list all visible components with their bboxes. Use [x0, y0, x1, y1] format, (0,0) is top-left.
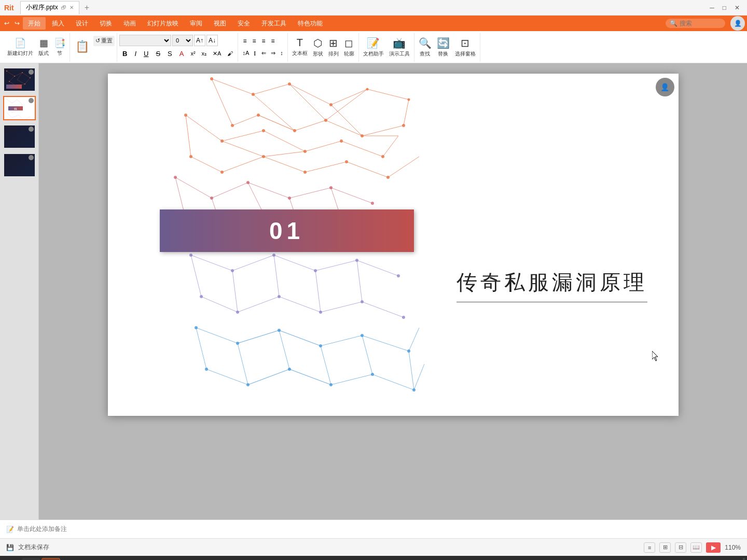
font-name-select[interactable] [119, 35, 171, 46]
slide-thumbnail-1[interactable] [3, 67, 36, 92]
quick-access-undo[interactable]: ↩ [2, 19, 11, 28]
slide-thumb-avatar-2 [29, 98, 34, 103]
svg-line-60 [222, 157, 264, 172]
notes-placeholder[interactable]: 单击此处添加备注 [17, 525, 67, 534]
menu-item-special[interactable]: 特色功能 [293, 17, 328, 30]
menu-item-transitions[interactable]: 切换 [94, 17, 117, 30]
menu-item-security[interactable]: 安全 [232, 17, 255, 30]
doc-help-button[interactable]: 📝 文档助手 [361, 34, 386, 60]
menu-item-review[interactable]: 审阅 [185, 17, 208, 30]
menu-item-devtools[interactable]: 开发工具 [256, 17, 292, 30]
indent-more-button[interactable]: ⇒ [269, 48, 278, 58]
view-reading-button[interactable]: 📖 [690, 542, 702, 553]
taskbar-file-manager[interactable]: 📁 [22, 558, 40, 560]
present-tool-label: 演示工具 [389, 50, 410, 58]
taskbar-browser[interactable]: 🌐 [61, 558, 80, 560]
active-tab[interactable]: 小程序.pptx 🗗 ✕ [20, 1, 79, 15]
svg-point-155 [205, 368, 208, 371]
taskbar-firefox[interactable]: 🦊 [2, 558, 21, 560]
menu-item-home[interactable]: 开始 [23, 17, 46, 30]
ribbon-menubar: ↩ ↪ 开始 插入 设计 切换 动画 幻灯片放映 审阅 视图 安全 开发工具 特… [0, 16, 747, 31]
slide-thumbnail-4[interactable] [3, 153, 36, 177]
font-color-button[interactable]: A [176, 48, 187, 59]
menu-item-slideshow[interactable]: 幻灯片放映 [142, 17, 184, 30]
align-center-button[interactable]: ≡ [250, 36, 258, 46]
svg-line-42 [331, 105, 362, 136]
window-close-icon[interactable]: ✕ [731, 3, 743, 12]
slide-thumbnail-3[interactable] [3, 124, 36, 149]
font-decrease-button[interactable]: A↓ [206, 35, 218, 46]
svg-line-131 [362, 335, 409, 351]
bold-button[interactable]: B [119, 48, 130, 59]
view-grid-button[interactable]: ⊟ [675, 542, 686, 553]
find-button[interactable]: 🔍 查找 [417, 34, 434, 60]
text-direction-button[interactable]: ↕A [240, 48, 251, 58]
underline-button[interactable]: U [141, 48, 151, 59]
window-maximize-icon[interactable]: □ [720, 3, 729, 12]
menu-item-design[interactable]: 设计 [71, 17, 93, 30]
view-normal-button[interactable]: ⊞ [659, 542, 671, 553]
play-button[interactable]: ▶ [706, 542, 721, 553]
tab-close-icon[interactable]: ✕ [70, 5, 74, 10]
shadow-button[interactable]: S [164, 48, 175, 59]
menu-item-insert[interactable]: 插入 [47, 17, 70, 30]
svg-point-172 [402, 316, 405, 319]
view-outline-button[interactable]: ≡ [644, 542, 655, 553]
format-paint-button[interactable]: 🖌 [225, 48, 236, 59]
show-desktop-button[interactable] [743, 558, 745, 560]
menu-item-view[interactable]: 视图 [209, 17, 231, 30]
indent-less-button[interactable]: ⇐ [259, 48, 268, 58]
font-size-select[interactable]: 0 [172, 35, 193, 46]
toolbar-group-insert: T 文本框 ⬡ 形状 ⊞ 排列 ◻ 轮廓 [288, 33, 359, 62]
menu-item-animations[interactable]: 动画 [118, 17, 141, 30]
user-avatar-header[interactable]: 👤 [730, 16, 745, 31]
tab-restore-icon[interactable]: 🗗 [61, 5, 66, 10]
reset-button[interactable]: ↺ 重置 [93, 36, 115, 46]
taskbar-wps[interactable]: W [42, 558, 60, 560]
svg-line-6 [9, 76, 15, 81]
svg-line-141 [279, 330, 289, 369]
new-tab-button[interactable]: + [81, 3, 92, 12]
slide-thumbnail-2[interactable]: 01 [3, 96, 36, 120]
outline-button[interactable]: ◻ 轮廓 [342, 34, 356, 60]
canvas-area[interactable]: 01 传奇私服漏洞原理 👤 [39, 63, 747, 520]
svg-point-12 [30, 77, 31, 78]
line-spacing-button[interactable]: ↕ [278, 48, 285, 58]
present-tool-button[interactable]: 📺 演示工具 [387, 34, 412, 60]
toolbar-group-find: 🔍 查找 🔄 替换 ⊡ 选择窗格 [414, 33, 480, 62]
clear-format-button[interactable]: ✕A [210, 48, 224, 59]
svg-line-137 [331, 374, 372, 385]
search-box[interactable]: 🔍 [666, 19, 725, 28]
svg-line-55 [305, 162, 347, 172]
align-left-button[interactable]: ≡ [240, 36, 249, 46]
svg-point-166 [397, 274, 400, 277]
section-button[interactable]: 📑 节 [52, 34, 67, 60]
svg-point-168 [236, 311, 239, 314]
svg-line-115 [315, 260, 357, 271]
textbox-button[interactable]: T 文本框 [290, 34, 310, 60]
window-minimize-icon[interactable]: ─ [707, 3, 717, 12]
align-justify-button[interactable]: ≡ [268, 36, 277, 46]
superscript-button[interactable]: x² [188, 48, 198, 59]
replace-button[interactable]: 🔄 替换 [435, 34, 452, 60]
svg-line-36 [295, 120, 326, 131]
quick-access-redo[interactable]: ↪ [12, 19, 22, 28]
subscript-button[interactable]: x₂ [199, 48, 210, 59]
svg-line-124 [274, 255, 279, 297]
select-pane-button[interactable]: ⊡ 选择窗格 [453, 34, 478, 60]
arrange-button[interactable]: ⊞ 排列 [326, 34, 341, 60]
italic-button[interactable]: I [131, 48, 140, 59]
svg-line-120 [279, 297, 321, 312]
layout-button[interactable]: ▦ 版式 [36, 34, 51, 60]
columns-button[interactable]: ⫿ [252, 48, 259, 58]
svg-point-15 [9, 81, 10, 82]
align-right-button[interactable]: ≡ [259, 36, 268, 46]
layout-icon: ▦ [39, 37, 48, 49]
shape-button[interactable]: ⬡ 形状 [311, 34, 325, 60]
font-increase-button[interactable]: A↑ [194, 35, 205, 46]
paste-button[interactable]: 📋 [72, 34, 92, 60]
search-input[interactable] [680, 20, 721, 27]
strikethrough-button[interactable]: S [153, 48, 163, 59]
svg-line-47 [264, 131, 305, 151]
new-slide-button[interactable]: 📄 新建幻灯片 [5, 34, 35, 60]
